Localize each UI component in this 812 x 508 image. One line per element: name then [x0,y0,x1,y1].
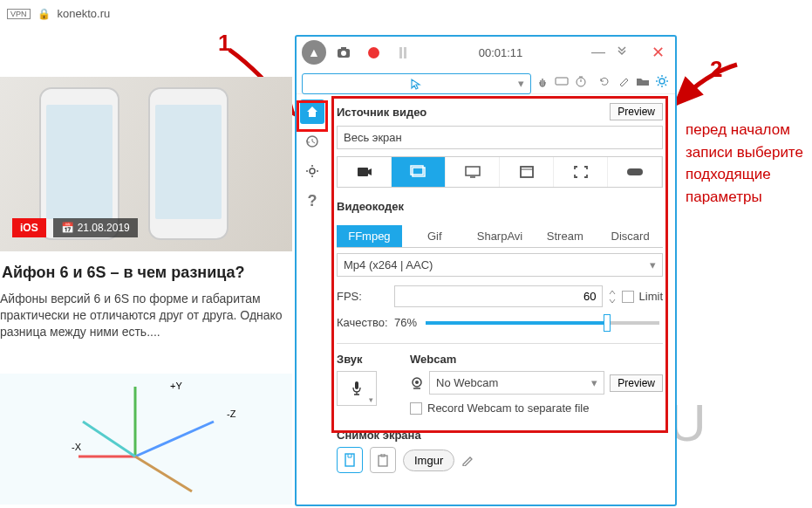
svg-rect-32 [358,168,368,176]
svg-point-17 [659,79,665,84]
tab-ffmpeg[interactable]: FFmpeg [337,225,402,247]
expand-button[interactable] [616,46,640,58]
svg-rect-10 [341,47,346,50]
address-bar: VPN 🔒 konekto.ru [7,7,110,20]
pause-button[interactable] [391,40,415,65]
fps-stepper[interactable] [608,288,617,305]
tab-stream[interactable]: Stream [532,225,597,247]
ios-badge[interactable]: iOS [12,218,46,237]
monitor-source-icon[interactable] [446,157,500,187]
settings-side-icon[interactable] [300,159,324,183]
window-source-icon[interactable] [500,157,554,187]
svg-line-4 [83,422,135,457]
screen-source-icon[interactable] [392,157,446,187]
timer: 00:01:11 [420,46,581,59]
webcam-separate-checkbox[interactable] [410,402,422,415]
tab-sharpavi[interactable]: SharpAvi [467,225,533,247]
limit-checkbox[interactable] [622,291,634,303]
edit-icon[interactable] [461,454,474,466]
svg-text:-X: -X [72,442,82,452]
webcam-select[interactable]: No Webcam [429,371,604,395]
help-icon[interactable]: ? [300,189,324,213]
format-select[interactable]: Mp4 (x264 | AAC) [337,253,663,277]
svg-rect-45 [379,456,387,466]
home-icon[interactable] [300,100,324,124]
article-image: iOS 📅 21.08.2019 [0,77,292,251]
imgur-button[interactable]: Imgur [403,450,454,471]
quality-row: Качество: 76% [337,316,663,329]
svg-rect-35 [466,167,480,175]
annotation-text: перед началом записи выберите подходящие… [686,119,808,208]
article-card: iOS 📅 21.08.2019 Айфон 6 и 6S – в чем ра… [0,77,292,340]
quality-value: 76% [394,316,417,329]
svg-line-24 [658,84,659,86]
date-badge: 📅 21.08.2019 [53,218,138,237]
timer-icon[interactable] [574,71,589,92]
svg-rect-39 [627,168,643,175]
close-button[interactable]: ✕ [645,43,670,62]
toolbar [297,68,675,94]
titlebar: ▲ 00:01:11 — ✕ [297,37,675,68]
collapse-icon[interactable]: ▲ [302,40,326,65]
tab-discard[interactable]: Discard [597,225,663,247]
codec-title: Видеокодек [337,200,663,213]
minimize-button[interactable]: — [586,45,611,60]
keyboard-icon[interactable] [555,71,570,92]
fps-row: FPS: Limit [337,285,663,307]
fps-label: FPS: [337,290,389,303]
refresh-icon[interactable] [597,71,612,92]
game-source-icon[interactable] [608,157,662,187]
record-button[interactable] [361,40,386,65]
svg-rect-40 [355,381,358,389]
tab-gif[interactable]: Gif [402,225,467,247]
main-panel: Источник видео Preview Весь экран Видеок… [328,94,675,505]
source-input[interactable]: Весь экран [337,126,663,149]
svg-line-3 [135,457,192,491]
camera-source-icon[interactable] [338,157,392,187]
quality-slider[interactable] [426,321,659,325]
screenshot-icon[interactable] [331,40,356,65]
source-title: Источник видео Preview [337,103,663,120]
article-body: Айфоны версий 6 и 6S по форме и габарита… [0,291,292,340]
svg-point-9 [341,51,346,56]
webcam-title: Webcam [410,353,663,366]
svg-rect-11 [556,78,568,85]
source-type-row [337,156,663,188]
svg-line-22 [658,77,659,79]
source-preview-button[interactable]: Preview [610,103,663,120]
vpn-badge: VPN [7,9,31,19]
fps-input[interactable] [394,285,603,307]
click-icon[interactable] [536,71,550,92]
arrow-2-icon [672,56,741,113]
svg-rect-44 [345,454,354,466]
sidebar: ? [297,94,328,505]
cursor-icon[interactable] [302,73,531,94]
capture-app: ▲ 00:01:11 — ✕ ? Источник видео Preview [295,35,677,506]
region-source-icon[interactable] [554,157,608,187]
history-icon[interactable] [300,129,324,154]
lock-icon: 🔒 [38,8,51,20]
disk-icon[interactable] [337,447,363,473]
axes-image: +Y-X-Z [0,374,292,505]
svg-line-25 [665,77,667,79]
codec-tabs: FFmpeg Gif SharpAvi Stream Discard [337,225,663,248]
svg-line-23 [665,84,667,86]
screenshot-title: Снимок экрана [337,429,663,442]
svg-text:-Z: -Z [227,408,236,419]
folder-icon[interactable] [636,71,651,92]
screenshot-row: Imgur [337,447,663,473]
svg-point-42 [415,381,419,384]
webcam-preview-button[interactable]: Preview [610,374,663,392]
svg-rect-37 [521,167,533,177]
mic-button[interactable] [337,371,377,406]
brush-icon[interactable] [617,71,631,92]
webcam-separate-label: Record Webcam to separate file [427,402,589,415]
sound-title: Звук [337,353,398,366]
settings-icon[interactable] [655,71,670,92]
limit-label: Limit [639,290,663,303]
article-title[interactable]: Айфон 6 и 6S – в чем разница? [2,264,290,282]
clipboard-icon[interactable] [370,447,396,473]
svg-line-2 [135,422,214,457]
quality-label: Качество: [337,316,389,329]
svg-text:+Y: +Y [170,381,182,391]
